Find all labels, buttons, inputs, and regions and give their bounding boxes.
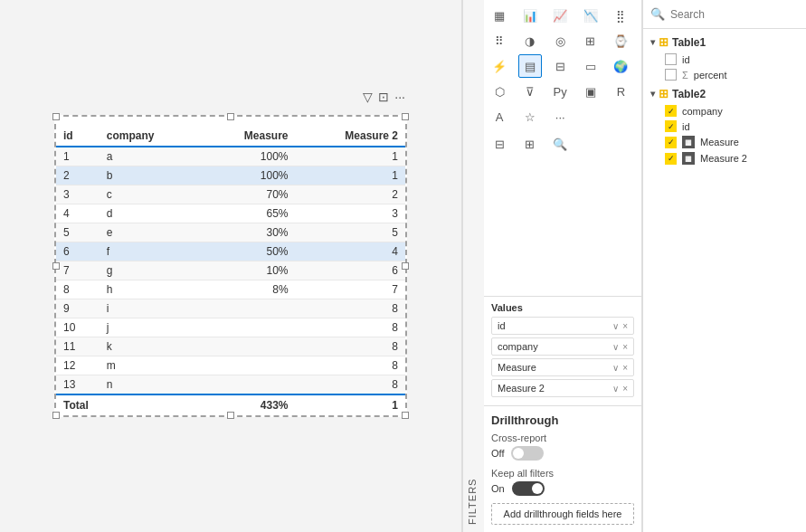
field-checkbox-Measure 2[interactable]: ✓ — [665, 153, 677, 165]
field-checkbox-id[interactable] — [665, 53, 677, 65]
field-measure-remove[interactable]: × — [622, 363, 628, 373]
cell-company: i — [100, 299, 201, 318]
cell-measure — [200, 318, 295, 337]
field-id-remove[interactable]: × — [622, 321, 628, 331]
field-checkbox-company[interactable]: ✓ — [665, 105, 677, 117]
search-icon: 🔍 — [650, 7, 665, 21]
cell-measure: 100% — [200, 166, 295, 185]
cell-measure2: 8 — [296, 318, 405, 337]
resize-handle-mr[interactable] — [402, 262, 409, 270]
field-company-name: company — [498, 341, 538, 352]
field-format-icon[interactable]: ⊞ — [518, 132, 542, 156]
viz-table[interactable]: ▤ — [518, 54, 542, 78]
add-drillthrough-button[interactable]: Add drillthrough fields here — [491, 503, 634, 525]
table-header-Table1[interactable]: ▾ ⊞ Table1 — [643, 33, 806, 52]
measure-icon: ▦ — [682, 152, 695, 165]
field-row-measure2[interactable]: Measure 2 ∨ × — [491, 379, 634, 397]
field-name-label: id — [682, 121, 806, 132]
field-analytics-icon[interactable]: 🔍 — [548, 132, 572, 156]
data-table: id company Measure Measure 2 1a100%12b10… — [56, 126, 405, 415]
table-header-Table2[interactable]: ▾ ⊞ Table2 — [643, 84, 806, 103]
field-item-Measure 2[interactable]: ✓▦Measure 2 — [643, 150, 806, 166]
cell-measure: 100% — [200, 147, 295, 166]
viz-custom[interactable]: ▣ — [579, 80, 602, 103]
cell-measure2: 6 — [296, 261, 405, 280]
field-item-Measure[interactable]: ✓▦Measure — [643, 134, 806, 150]
resize-handle-bm[interactable] — [227, 412, 234, 419]
cell-id: 12 — [56, 356, 100, 375]
viz-card[interactable]: ▭ — [579, 54, 602, 78]
more-icon[interactable]: ··· — [394, 90, 405, 104]
resize-handle-tr[interactable] — [402, 113, 409, 120]
drillthrough-title: Drillthrough — [491, 413, 634, 427]
field-item-percent[interactable]: Σpercent — [643, 67, 806, 82]
drillthrough-section: Drillthrough Cross-report Off Keep all f… — [484, 405, 641, 532]
viz-more-icons[interactable]: ··· — [548, 105, 572, 128]
field-name-label: percent — [694, 70, 806, 81]
resize-handle-tm[interactable] — [227, 113, 234, 120]
viz-ribbon[interactable]: ⣿ — [609, 4, 632, 27]
resize-handle-tl[interactable] — [52, 113, 60, 120]
viz-scatter[interactable]: ⠿ — [488, 29, 511, 52]
middle-panel: Filters ▦ 📊 📈 📉 ⣿ ⠿ ◑ ◎ ⊞ ⌚ — [461, 0, 642, 532]
field-company-remove[interactable]: × — [622, 342, 628, 352]
cross-report-toggle[interactable] — [511, 446, 544, 461]
field-checkbox-percent[interactable] — [665, 69, 677, 81]
viz-funnel[interactable]: ⬡ — [488, 80, 511, 103]
cell-id: 5 — [56, 223, 100, 242]
field-id-chevron[interactable]: ∨ — [612, 321, 619, 331]
search-input[interactable] — [670, 8, 806, 21]
field-item-id[interactable]: id — [643, 52, 806, 67]
cell-measure2: 1 — [296, 166, 405, 185]
resize-handle-ml[interactable] — [52, 262, 60, 270]
field-row-measure[interactable]: Measure ∨ × — [491, 358, 634, 376]
filters-label: Filters — [462, 0, 484, 532]
keep-filters-toggle[interactable] — [512, 481, 545, 496]
viz-filter2[interactable]: ⊽ — [518, 80, 542, 103]
field-measure2-chevron[interactable]: ∨ — [612, 384, 619, 394]
field-checkbox-Measure[interactable]: ✓ — [665, 137, 677, 148]
focus-icon[interactable]: ⊡ — [378, 90, 389, 104]
viz-donut[interactable]: ◎ — [548, 29, 572, 52]
viz-kpi[interactable]: ⚡ — [488, 54, 511, 78]
keep-filters-toggle-row: On — [491, 481, 634, 496]
viz-stacked-bar[interactable]: ▦ — [488, 4, 511, 27]
field-icon-grid: ⊟ ⊞ 🔍 — [488, 132, 638, 156]
filter-icon[interactable]: ▽ — [363, 90, 373, 104]
field-row-id[interactable]: id ∨ × — [491, 317, 634, 335]
table-row: 8h8%7 — [56, 280, 405, 299]
resize-handle-br[interactable] — [402, 412, 409, 419]
viz-area[interactable]: 📉 — [579, 4, 602, 27]
cell-measure2: 1 — [296, 147, 405, 166]
field-measure2-remove[interactable]: × — [622, 384, 628, 394]
viz-python[interactable]: Py — [548, 80, 572, 103]
viz-text[interactable]: A — [488, 105, 511, 128]
viz-map[interactable]: 🌍 — [609, 54, 632, 78]
col-id: id — [56, 126, 100, 147]
table-group-Table1: ▾ ⊞ Table1 idΣpercent — [643, 33, 806, 82]
viz-shape[interactable]: ☆ — [518, 105, 542, 128]
field-name-label: Measure 2 — [700, 153, 806, 164]
cell-id: 10 — [56, 318, 100, 337]
viz-r[interactable]: R — [609, 80, 632, 103]
field-measure-chevron[interactable]: ∨ — [612, 363, 619, 373]
table-row: 12m8 — [56, 356, 405, 375]
field-item-id[interactable]: ✓id — [643, 119, 806, 134]
field-company-chevron[interactable]: ∨ — [612, 342, 619, 352]
viz-line[interactable]: 📈 — [548, 4, 572, 27]
field-checkbox-id[interactable]: ✓ — [665, 120, 677, 132]
resize-handle-bl[interactable] — [52, 412, 60, 419]
cell-measure: 70% — [200, 185, 295, 204]
footer-measure: 433% — [200, 394, 295, 415]
field-row-company[interactable]: company ∨ × — [491, 337, 634, 356]
viz-bar[interactable]: 📊 — [518, 4, 542, 27]
viz-treemap[interactable]: ⊞ — [579, 29, 602, 52]
field-item-company[interactable]: ✓company — [643, 103, 806, 119]
table-row: 11k8 — [56, 337, 405, 356]
viz-gauge[interactable]: ⌚ — [609, 29, 632, 52]
field-id-name: id — [498, 320, 506, 331]
viz-matrix[interactable]: ⊟ — [548, 54, 572, 78]
field-table-icon[interactable]: ⊟ — [488, 132, 511, 156]
table-row: 10j8 — [56, 318, 405, 337]
viz-pie[interactable]: ◑ — [518, 29, 542, 52]
